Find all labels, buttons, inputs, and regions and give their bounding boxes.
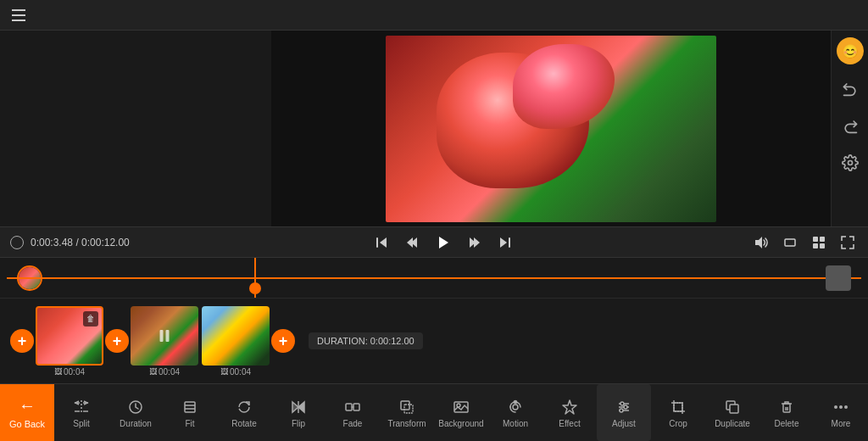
emoji-button[interactable]: 😊 xyxy=(837,37,864,64)
toolbar-motion[interactable]: Motion xyxy=(488,384,542,441)
toolbar-more[interactable]: More xyxy=(814,384,868,441)
toolbar-duplicate[interactable]: Duplicate xyxy=(705,384,760,441)
clip-thumb-2[interactable] xyxy=(131,306,198,366)
frame-back-button[interactable] xyxy=(403,232,423,253)
right-sidebar: 😊 xyxy=(831,31,868,226)
delete-label: Delete xyxy=(775,419,799,428)
top-bar xyxy=(0,0,868,31)
play-button[interactable] xyxy=(433,232,453,253)
toolbar-fit[interactable]: Fit xyxy=(163,384,217,441)
aspect-ratio-button[interactable] xyxy=(780,232,800,253)
delete-icon xyxy=(777,398,796,416)
svg-point-36 xyxy=(515,400,517,403)
clip-type-icon-3: 🖼 xyxy=(220,367,228,376)
clip-item-3[interactable]: 🖼 00:04 xyxy=(202,306,270,377)
crop-label: Crop xyxy=(669,419,687,428)
duration-label: Duration xyxy=(120,419,152,428)
toolbar-effect[interactable]: Effect xyxy=(542,384,597,441)
duplicate-label: Duplicate xyxy=(715,419,750,428)
redo-button[interactable] xyxy=(837,112,864,139)
scrubber-handle[interactable] xyxy=(249,282,261,294)
svg-rect-44 xyxy=(730,405,738,413)
toolbar-crop[interactable]: Crop xyxy=(651,384,705,441)
clip-item-1[interactable]: 🗑 🖼 00:04 xyxy=(36,306,103,377)
motion-label: Motion xyxy=(503,419,528,428)
toolbar-background[interactable]: Background xyxy=(434,384,488,441)
toolbar-delete[interactable]: Delete xyxy=(760,384,814,441)
background-icon xyxy=(452,398,470,416)
toolbar-rotate[interactable]: Rotate xyxy=(217,384,271,441)
grid-button[interactable] xyxy=(809,232,829,253)
duplicate-icon xyxy=(723,398,742,416)
scrubber-track[interactable] xyxy=(7,277,861,279)
skip-end-button[interactable] xyxy=(494,232,515,253)
svg-point-48 xyxy=(834,405,837,409)
add-clip-before-button[interactable]: + xyxy=(10,329,34,353)
duration-badge: DURATION: 0:00:12.00 xyxy=(309,332,423,349)
undo-button[interactable] xyxy=(837,75,864,102)
video-preview xyxy=(271,31,831,226)
svg-rect-12 xyxy=(813,237,818,242)
clip-thumb-3[interactable] xyxy=(202,306,270,366)
svg-point-49 xyxy=(839,405,843,409)
adjust-icon xyxy=(615,398,633,416)
split-icon xyxy=(72,398,91,416)
clip-thumb-1[interactable]: 🗑 xyxy=(36,306,103,366)
skip-start-button[interactable] xyxy=(372,232,392,253)
clip-label-1: 🖼 00:04 xyxy=(54,367,85,377)
svg-rect-28 xyxy=(346,404,352,410)
svg-rect-32 xyxy=(404,405,413,413)
transform-icon xyxy=(398,398,416,416)
clip-item-2[interactable]: 🖼 00:04 xyxy=(131,306,198,377)
menu-button[interactable] xyxy=(7,3,31,27)
svg-marker-5 xyxy=(439,237,448,248)
left-panel-empty xyxy=(0,31,271,226)
add-clip-after-button[interactable]: + xyxy=(271,329,295,353)
clip-delete-1[interactable]: 🗑 xyxy=(83,311,98,327)
motion-icon xyxy=(506,398,525,416)
scrubber-bar[interactable] xyxy=(0,258,868,299)
svg-rect-31 xyxy=(401,401,409,410)
clip-label-2: 🖼 00:04 xyxy=(149,367,180,377)
duration-icon xyxy=(126,398,145,416)
playback-controls xyxy=(143,232,744,253)
toolbar-fade[interactable]: Fade xyxy=(326,384,380,441)
add-clip-after-1-button[interactable]: + xyxy=(105,329,129,353)
fade-label: Fade xyxy=(343,419,363,428)
toolbar-adjust[interactable]: Adjust xyxy=(597,384,651,441)
svg-marker-4 xyxy=(407,237,413,248)
clip-label-3: 🖼 00:04 xyxy=(220,367,251,377)
toolbar-transform[interactable]: Transform xyxy=(380,384,434,441)
svg-marker-7 xyxy=(474,237,480,248)
svg-marker-10 xyxy=(755,237,762,248)
svg-point-41 xyxy=(624,405,627,409)
rotate-label: Rotate xyxy=(231,419,256,428)
svg-rect-14 xyxy=(813,243,818,248)
toolbar-flip[interactable]: Flip xyxy=(271,384,326,441)
toolbar-duration[interactable]: Duration xyxy=(108,384,163,441)
fit-icon xyxy=(181,398,199,416)
volume-button[interactable] xyxy=(751,232,771,253)
transform-label: Transform xyxy=(387,419,426,428)
svg-rect-45 xyxy=(783,404,790,412)
fade-icon xyxy=(343,398,362,416)
svg-marker-9 xyxy=(500,237,507,248)
flip-label: Flip xyxy=(292,419,305,428)
svg-rect-8 xyxy=(509,237,510,248)
adjust-label: Adjust xyxy=(612,419,636,428)
fullscreen-button[interactable] xyxy=(837,232,858,253)
svg-rect-15 xyxy=(820,243,825,248)
clip-type-icon-2: 🖼 xyxy=(149,367,157,376)
frame-forward-button[interactable] xyxy=(464,232,484,253)
go-back-button[interactable]: ← Go Back xyxy=(0,384,54,441)
effect-icon xyxy=(560,398,579,416)
svg-rect-43 xyxy=(674,403,682,411)
bottom-toolbar: ← Go Back Split xyxy=(0,383,868,441)
fit-label: Fit xyxy=(185,419,194,428)
svg-rect-13 xyxy=(820,237,825,242)
time-icon xyxy=(10,236,24,249)
settings-button[interactable] xyxy=(837,149,864,176)
toolbar-split[interactable]: Split xyxy=(54,384,108,441)
svg-rect-29 xyxy=(353,404,359,410)
more-label: More xyxy=(832,419,851,428)
